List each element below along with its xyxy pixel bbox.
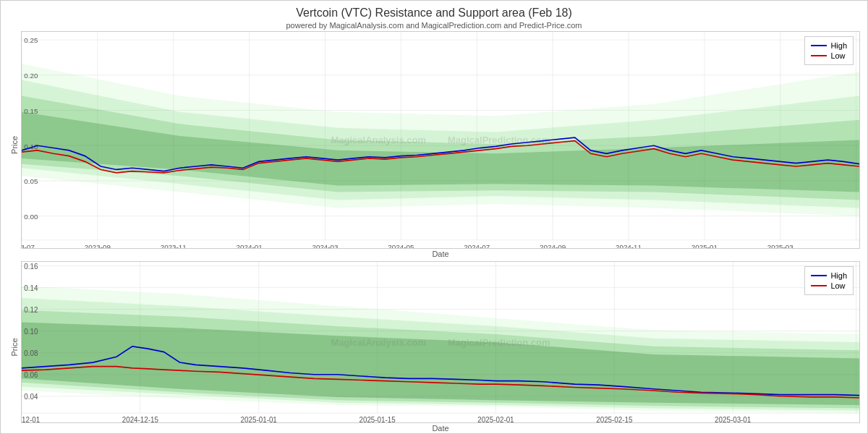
bottom-y-label: Price bbox=[8, 261, 21, 433]
svg-text:0.06: 0.06 bbox=[24, 371, 38, 379]
svg-text:2025-02-01: 2025-02-01 bbox=[477, 416, 514, 422]
bottom-chart-area: 0.16 0.14 0.12 0.10 0.08 0.06 0.04 2024-… bbox=[21, 261, 860, 423]
svg-text:2024-11: 2024-11 bbox=[616, 243, 642, 248]
low-label: Low bbox=[830, 51, 845, 60]
svg-text:2024-12-01: 2024-12-01 bbox=[22, 416, 41, 422]
svg-text:0.16: 0.16 bbox=[24, 263, 38, 271]
svg-text:2025-03: 2025-03 bbox=[767, 243, 794, 248]
svg-text:2023-09: 2023-09 bbox=[85, 243, 111, 248]
svg-text:0.04: 0.04 bbox=[24, 393, 38, 401]
bottom-legend-low: Low bbox=[811, 281, 847, 290]
svg-text:0.15: 0.15 bbox=[24, 107, 38, 115]
bottom-legend-high: High bbox=[811, 271, 847, 280]
bottom-x-label: Date bbox=[21, 424, 860, 433]
svg-text:2025-02-15: 2025-02-15 bbox=[596, 416, 633, 422]
chart-subtitle: powered by MagicalAnalysis.com and Magic… bbox=[1, 21, 867, 30]
bottom-chart-legend: High Low bbox=[804, 266, 854, 295]
svg-text:0.25: 0.25 bbox=[24, 36, 38, 44]
high-label: High bbox=[830, 41, 847, 50]
high-line-indicator bbox=[811, 45, 827, 46]
svg-text:2025-01-01: 2025-01-01 bbox=[241, 416, 278, 422]
svg-text:2024-07: 2024-07 bbox=[464, 243, 490, 248]
bottom-high-line-indicator bbox=[811, 275, 827, 276]
svg-text:2024-05: 2024-05 bbox=[388, 243, 414, 248]
low-line-indicator bbox=[811, 55, 827, 56]
bottom-chart-svg: 0.16 0.14 0.12 0.10 0.08 0.06 0.04 2024-… bbox=[22, 262, 859, 422]
svg-text:0.14: 0.14 bbox=[24, 284, 38, 292]
bottom-chart-wrapper: Price bbox=[8, 261, 860, 433]
svg-text:0.00: 0.00 bbox=[24, 213, 38, 221]
svg-text:2025-01-15: 2025-01-15 bbox=[359, 416, 396, 422]
svg-text:0.08: 0.08 bbox=[24, 349, 38, 357]
svg-text:2023-11: 2023-11 bbox=[161, 243, 187, 248]
svg-text:2024-03: 2024-03 bbox=[312, 243, 339, 248]
svg-text:2024-09: 2024-09 bbox=[540, 243, 566, 248]
svg-text:2025-01: 2025-01 bbox=[692, 243, 718, 248]
bottom-low-line-indicator bbox=[811, 285, 827, 286]
top-chart-svg: 0.25 0.20 0.15 0.10 0.05 0.00 2023-07 20… bbox=[22, 32, 859, 248]
svg-text:2025-03-01: 2025-03-01 bbox=[715, 416, 752, 422]
legend-low: Low bbox=[811, 51, 847, 60]
charts-area: Price bbox=[1, 31, 867, 434]
chart-title: Vertcoin (VTC) Resistance and Support ar… bbox=[1, 7, 867, 20]
top-y-label: Price bbox=[8, 31, 21, 258]
svg-text:2024-01: 2024-01 bbox=[237, 243, 263, 248]
svg-text:0.10: 0.10 bbox=[24, 328, 38, 336]
svg-text:2023-07: 2023-07 bbox=[22, 243, 35, 248]
top-chart-legend: High Low bbox=[804, 36, 854, 65]
svg-text:2024-12-15: 2024-12-15 bbox=[122, 416, 159, 422]
bottom-high-label: High bbox=[830, 271, 847, 280]
top-x-label: Date bbox=[21, 250, 860, 258]
bottom-low-label: Low bbox=[830, 281, 845, 290]
svg-text:0.20: 0.20 bbox=[24, 72, 38, 80]
svg-text:0.12: 0.12 bbox=[24, 306, 38, 314]
legend-high: High bbox=[811, 41, 847, 50]
svg-text:0.05: 0.05 bbox=[24, 177, 38, 185]
chart-header: Vertcoin (VTC) Resistance and Support ar… bbox=[1, 1, 867, 31]
main-container: Vertcoin (VTC) Resistance and Support ar… bbox=[0, 0, 868, 434]
top-chart-area: 0.25 0.20 0.15 0.10 0.05 0.00 2023-07 20… bbox=[21, 31, 860, 249]
top-chart-wrapper: Price bbox=[8, 31, 860, 258]
